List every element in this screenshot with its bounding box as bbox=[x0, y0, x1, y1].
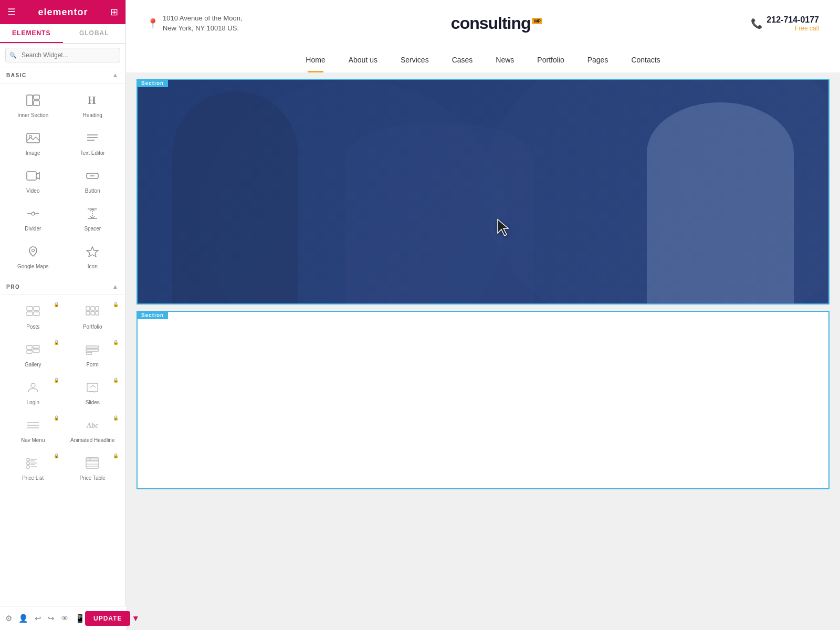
svg-rect-38 bbox=[87, 383, 98, 392]
image-icon bbox=[26, 132, 40, 147]
button-icon bbox=[86, 170, 99, 185]
basic-widget-grid: Inner Section H Heading bbox=[0, 83, 125, 279]
widget-inner-section[interactable]: Inner Section bbox=[3, 87, 63, 124]
svg-rect-55 bbox=[86, 458, 99, 461]
nav-item-news[interactable]: News bbox=[484, 48, 526, 71]
svg-rect-27 bbox=[86, 311, 90, 315]
widget-heading-label: Heading bbox=[83, 112, 102, 119]
panel-header: ☰ elementor ⊞ bbox=[0, 0, 125, 24]
svg-point-41 bbox=[93, 391, 94, 392]
section-pro-header[interactable]: PRO ▲ bbox=[0, 279, 125, 295]
address-line1: 1010 Avenue of the Moon, bbox=[163, 14, 243, 23]
svg-rect-26 bbox=[96, 307, 99, 310]
svg-rect-22 bbox=[27, 312, 33, 316]
nav-item-about[interactable]: About us bbox=[337, 48, 389, 71]
svg-point-12 bbox=[32, 212, 35, 215]
grid-icon[interactable]: ⊞ bbox=[110, 6, 118, 18]
widget-image[interactable]: Image bbox=[3, 124, 63, 162]
lock-icon-login: 🔒 bbox=[54, 377, 59, 383]
site-header: 📍 1010 Avenue of the Moon, New York, NY … bbox=[126, 0, 840, 47]
svg-rect-9 bbox=[27, 172, 36, 180]
widget-price-table[interactable]: 🔒 $ Price Table bbox=[63, 449, 123, 487]
widget-button[interactable]: Button bbox=[63, 162, 123, 200]
hamburger-icon[interactable]: ☰ bbox=[7, 6, 16, 18]
redo-icon[interactable]: ↪ bbox=[48, 614, 55, 623]
svg-rect-23 bbox=[34, 312, 39, 316]
eye-icon[interactable]: 👁 bbox=[61, 614, 69, 623]
widget-google-maps-label: Google Maps bbox=[17, 264, 48, 270]
svg-rect-28 bbox=[91, 311, 94, 315]
widget-gallery[interactable]: 🔒 Gallery bbox=[3, 336, 63, 374]
search-bar bbox=[0, 44, 125, 67]
toolbar-icons: ⚙ 👤 ↩ ↪ 👁 📱 bbox=[5, 614, 85, 623]
text-editor-icon bbox=[86, 132, 99, 147]
lock-icon-portfolio: 🔒 bbox=[113, 302, 119, 307]
svg-rect-46 bbox=[27, 458, 29, 461]
svg-rect-20 bbox=[27, 307, 33, 310]
spacer-icon bbox=[86, 208, 99, 223]
update-dropdown-icon[interactable]: ▾ bbox=[133, 613, 138, 623]
svg-rect-0 bbox=[27, 95, 33, 106]
lock-icon-nav-menu: 🔒 bbox=[54, 415, 59, 421]
free-call-label: Free call bbox=[766, 25, 819, 32]
widget-heading[interactable]: H Heading bbox=[63, 87, 123, 124]
widget-animated-headline[interactable]: 🔒 Abc Animated Headline bbox=[63, 412, 123, 449]
widget-nav-menu[interactable]: 🔒 Nav Menu bbox=[3, 412, 63, 449]
chevron-up-icon: ▲ bbox=[112, 71, 119, 79]
nav-item-home[interactable]: Home bbox=[294, 48, 337, 71]
svg-rect-30 bbox=[27, 345, 32, 350]
widget-divider[interactable]: Divider bbox=[3, 200, 63, 238]
address-line2: New York, NY 10018 US. bbox=[163, 24, 243, 33]
gallery-icon bbox=[26, 344, 40, 359]
svg-text:H: H bbox=[88, 94, 96, 106]
svg-rect-49 bbox=[27, 462, 29, 465]
tab-elements[interactable]: ELEMENTS bbox=[0, 24, 63, 43]
svg-text:Abc: Abc bbox=[86, 422, 99, 429]
widget-text-editor-label: Text Editor bbox=[80, 150, 105, 156]
widget-slides-label: Slides bbox=[86, 400, 100, 406]
svg-rect-29 bbox=[96, 311, 99, 315]
widget-spacer[interactable]: Spacer bbox=[63, 200, 123, 238]
elementor-logo: elementor bbox=[38, 7, 88, 18]
user-icon[interactable]: 👤 bbox=[18, 614, 28, 623]
mobile-icon[interactable]: 📱 bbox=[75, 614, 85, 623]
tab-global[interactable]: GLOBAL bbox=[63, 24, 126, 43]
empty-canvas-section[interactable]: Section bbox=[136, 311, 830, 489]
chevron-up-icon-pro: ▲ bbox=[112, 283, 119, 290]
widget-divider-label: Divider bbox=[25, 226, 41, 232]
svg-rect-35 bbox=[86, 349, 99, 351]
section-basic-header[interactable]: BASIC ▲ bbox=[0, 67, 125, 83]
svg-point-18 bbox=[32, 249, 34, 252]
widget-nav-menu-label: Nav Menu bbox=[21, 437, 45, 444]
canvas-area: Section Section bbox=[126, 74, 840, 501]
widget-slides[interactable]: 🔒 Slides bbox=[63, 374, 123, 412]
nav-menu-icon bbox=[26, 419, 40, 434]
widget-icon[interactable]: Icon bbox=[63, 238, 123, 276]
update-button[interactable]: UPDATE bbox=[85, 611, 130, 626]
widget-price-list-label: Price List bbox=[22, 475, 44, 481]
section-handle-hero: Section bbox=[137, 79, 168, 87]
widget-form[interactable]: 🔒 Form bbox=[63, 336, 123, 374]
widget-posts[interactable]: 🔒 Posts bbox=[3, 298, 63, 336]
nav-item-services[interactable]: Services bbox=[389, 48, 440, 71]
nav-item-cases[interactable]: Cases bbox=[440, 48, 485, 71]
widget-login[interactable]: 🔒 Login bbox=[3, 374, 63, 412]
svg-rect-32 bbox=[33, 349, 39, 352]
widget-video[interactable]: Video bbox=[3, 162, 63, 200]
widget-text-editor[interactable]: Text Editor bbox=[63, 124, 123, 162]
svg-point-37 bbox=[31, 383, 35, 387]
widget-portfolio[interactable]: 🔒 Portfolio bbox=[63, 298, 123, 336]
undo-icon[interactable]: ↩ bbox=[35, 614, 41, 623]
widget-animated-headline-label: Animated Headline bbox=[70, 437, 115, 444]
widget-google-maps[interactable]: Google Maps bbox=[3, 238, 63, 276]
widget-price-list[interactable]: 🔒 Price List bbox=[3, 449, 63, 487]
hero-canvas-section[interactable]: Section bbox=[136, 79, 830, 304]
bottom-toolbar: ⚙ 👤 ↩ ↪ 👁 📱 UPDATE ▾ bbox=[0, 606, 126, 630]
icon-widget-icon bbox=[86, 246, 99, 260]
nav-item-contacts[interactable]: Contacts bbox=[620, 48, 671, 71]
settings-icon[interactable]: ⚙ bbox=[5, 614, 12, 623]
nav-item-portfolio[interactable]: Portfolio bbox=[526, 48, 575, 71]
search-input[interactable] bbox=[5, 48, 120, 62]
lock-icon-animated-headline: 🔒 bbox=[113, 415, 119, 421]
nav-item-pages[interactable]: Pages bbox=[576, 48, 620, 71]
